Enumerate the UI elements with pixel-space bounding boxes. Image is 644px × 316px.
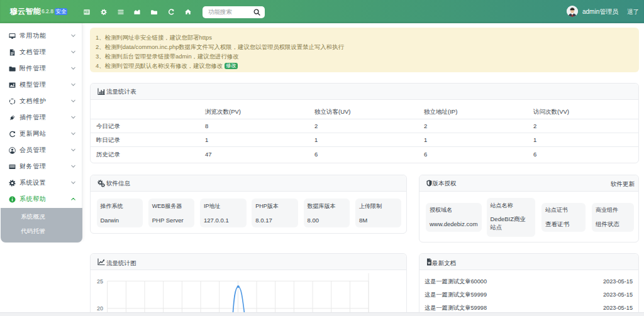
svg-text:20: 20 <box>97 305 103 312</box>
svg-text:25: 25 <box>97 278 103 285</box>
